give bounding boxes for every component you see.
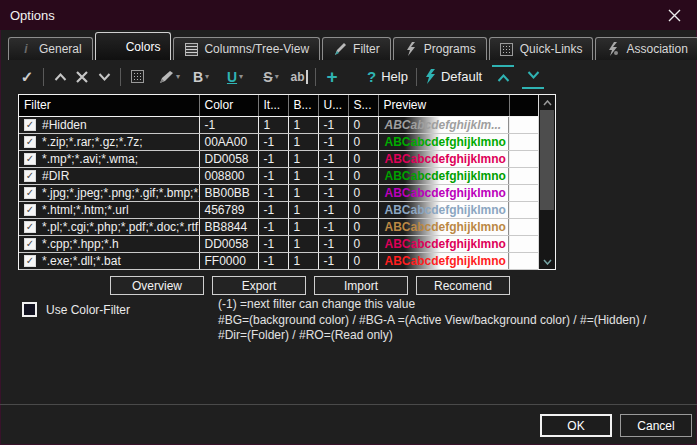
tab-label: Columns/Tree-View (204, 42, 309, 56)
bold-value-cell: 1 (288, 252, 318, 269)
bold-button[interactable]: B ▾ (190, 65, 212, 89)
vertical-scrollbar[interactable] (538, 95, 555, 269)
tab-filter[interactable]: Filter (322, 37, 391, 60)
row-checkbox[interactable] (24, 136, 36, 148)
table-row[interactable]: #Hidden -1 1 1 -1 0 ABCabcdefghijklm... (19, 116, 538, 133)
table-row[interactable]: *.html;*.htm;*.url 456789 -1 1 -1 0 ABCa… (19, 201, 538, 218)
question-mark-icon: ? (367, 68, 376, 85)
italic-value-cell: -1 (258, 218, 288, 235)
add-filter-button[interactable]: + (321, 65, 343, 89)
tab-colors[interactable]: Colors (95, 32, 172, 60)
tab-label: Quick-Links (520, 42, 583, 56)
table-row[interactable]: *.jpg;*.jpeg;*.png;*.gif;*.bmp;*.ico BB0… (19, 184, 538, 201)
export-button[interactable]: Export (212, 276, 306, 295)
row-checkbox[interactable] (24, 238, 36, 250)
row-checkbox[interactable] (24, 204, 36, 216)
table-row[interactable]: *.exe;*.dll;*.bat FF0000 -1 1 -1 0 ABCab… (19, 252, 538, 269)
toolbar-separator (416, 68, 417, 86)
close-button[interactable] (661, 3, 687, 27)
grid-icon (131, 70, 144, 83)
row-checkbox[interactable] (24, 255, 36, 267)
table-row[interactable]: *.pl;*.cgi;*.php;*.pdf;*.doc;*.rtf;... B… (19, 218, 538, 235)
bold-value-cell: 1 (288, 116, 318, 133)
row-checkbox[interactable] (24, 119, 36, 131)
column-header-filter[interactable]: Filter (19, 95, 199, 116)
rename-button[interactable]: ab (288, 65, 310, 89)
recomend-button[interactable]: Recomend (416, 276, 510, 295)
programs-lightning-icon (404, 42, 418, 56)
filter-cell: *.cpp;*.hpp;*.h (19, 235, 199, 252)
column-header-bold[interactable]: B... (288, 95, 318, 116)
italic-value-cell: -1 (258, 133, 288, 150)
column-header-preview[interactable]: Preview (378, 95, 509, 116)
pen-icon (158, 70, 174, 84)
strike-value-cell: 0 (348, 218, 378, 235)
scrollbar-up-arrow-icon[interactable] (539, 95, 555, 110)
default-button[interactable]: Default (425, 65, 482, 89)
column-header-strike[interactable]: S... (348, 95, 378, 116)
italic-value-cell: -1 (258, 201, 288, 218)
use-color-filter-checkbox[interactable] (22, 302, 37, 317)
preview-text: ABCabcdefghijklmno (379, 220, 506, 234)
table-row[interactable]: *.zip;*.rar;*.gz;*.7z; 00AA00 -1 1 -1 0 … (19, 133, 538, 150)
import-button[interactable]: Import (314, 276, 408, 295)
scroll-bottom-button[interactable] (522, 65, 544, 89)
colors-palette-icon (106, 40, 120, 54)
table-row[interactable]: #DIR 008800 -1 1 -1 0 ABCabcdefghijklmno (19, 167, 538, 184)
help-text: (-1) =next filter can change this value … (218, 297, 683, 344)
move-up-button[interactable] (49, 65, 71, 89)
tab-label: Association (626, 42, 687, 56)
scroll-top-button[interactable] (492, 65, 514, 89)
tab-association[interactable]: Association (595, 37, 697, 60)
help-button[interactable]: ? Help (367, 65, 408, 89)
italic-value-cell: -1 (258, 167, 288, 184)
ok-button[interactable]: OK (540, 414, 612, 437)
tab-columns-tree-view[interactable]: Columns/Tree-View (173, 37, 320, 60)
strikethrough-button[interactable]: S ▾ (260, 65, 282, 89)
column-header-color[interactable]: Color (199, 95, 258, 116)
tab-quick-links[interactable]: Quick-Links (489, 37, 594, 60)
preview-text: ABCabcdefghijklmno (379, 203, 506, 217)
bold-icon: B (193, 69, 203, 85)
background-grid-button[interactable] (126, 65, 148, 89)
delete-button[interactable] (71, 65, 93, 89)
row-checkbox[interactable] (24, 187, 36, 199)
scrollbar-down-arrow-icon[interactable] (539, 254, 555, 269)
color-value-cell: 00AA00 (199, 133, 258, 150)
column-header-italic[interactable]: It... (258, 95, 288, 116)
move-down-button[interactable] (93, 65, 115, 89)
row-checkbox[interactable] (24, 153, 36, 165)
table-row[interactable]: *.cpp;*.hpp;*.h DD0058 -1 1 -1 0 ABCabcd… (19, 235, 538, 252)
scrollbar-thumb[interactable] (540, 110, 554, 210)
strike-value-cell: 0 (348, 150, 378, 167)
toolbar-separator (43, 68, 44, 86)
table-row[interactable]: *.mp*;*.avi;*.wma; DD0058 -1 1 -1 0 ABCa… (19, 150, 538, 167)
column-header-underline[interactable]: U... (318, 95, 348, 116)
italic-value-cell: -1 (258, 252, 288, 269)
filter-cell: *.exe;*.dll;*.bat (19, 252, 199, 269)
toolbar-separator (315, 68, 316, 86)
filter-pattern: *.cpp;*.hpp;*.h (42, 236, 119, 252)
row-checkbox[interactable] (24, 170, 36, 182)
bold-value-cell: 1 (288, 167, 318, 184)
association-lightning-icon (606, 42, 620, 56)
pen-color-button[interactable]: ▾ (158, 65, 180, 89)
underline-value-cell: -1 (318, 201, 348, 218)
tab-label: General (39, 42, 82, 56)
tab-programs[interactable]: Programs (393, 37, 487, 60)
underline-button[interactable]: U ▾ (224, 65, 246, 89)
overview-button[interactable]: Overview (110, 276, 204, 295)
close-icon (668, 9, 681, 22)
tab-general[interactable]: General (8, 37, 93, 60)
color-value-cell: 456789 (199, 201, 258, 218)
cancel-button[interactable]: Cancel (620, 414, 692, 437)
underline-value-cell: -1 (318, 167, 348, 184)
row-checkbox[interactable] (24, 221, 36, 233)
preview-cell: ABCabcdefghijklmno (378, 184, 509, 201)
help-text-line: (-1) =next filter can change this value (218, 297, 683, 313)
bold-value-cell: 1 (288, 150, 318, 167)
apply-check-button[interactable] (16, 65, 38, 89)
options-dialog: { "window": { "title": "Options" }, "tab… (0, 0, 697, 445)
preview-text: ABCabcdefghijklm... (379, 118, 502, 132)
dropdown-caret-icon: ▾ (205, 72, 209, 81)
